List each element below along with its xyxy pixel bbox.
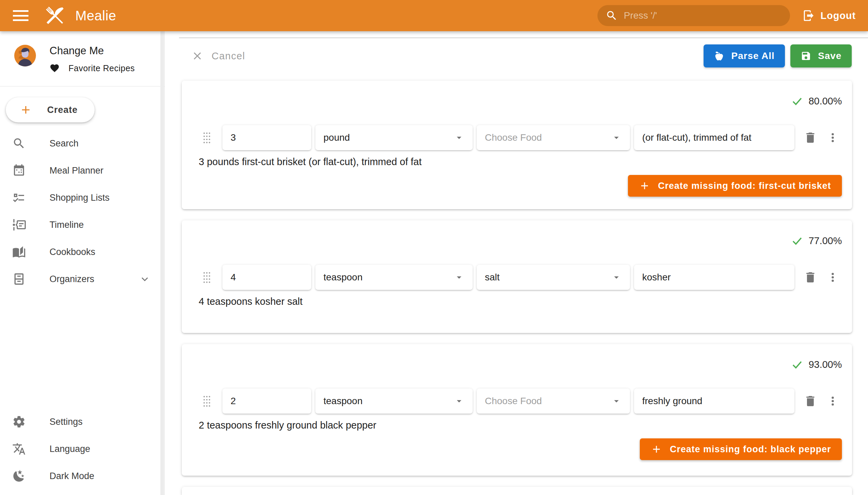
check-icon bbox=[791, 358, 803, 371]
original-ingredient-text: 3 pounds first-cut brisket (or flat-cut)… bbox=[199, 156, 842, 168]
sidebar-spacer bbox=[0, 293, 165, 401]
delete-ingredient-button[interactable] bbox=[801, 129, 819, 147]
quantity-input[interactable] bbox=[222, 265, 311, 290]
cabinet-icon bbox=[12, 272, 26, 286]
confidence-indicator: 77.00% bbox=[192, 220, 842, 248]
ingredient-cards: 80.00% pound Choose Food bbox=[165, 31, 868, 495]
sidebar-item-dark-mode[interactable]: Dark Mode bbox=[0, 462, 165, 490]
parse-all-button[interactable]: Parse All bbox=[703, 45, 785, 67]
ingredient-fields-row: pound Choose Food bbox=[192, 125, 842, 150]
main-content: Cancel Parse All Save 80.00% bbox=[165, 31, 868, 495]
drag-handle-icon[interactable] bbox=[202, 395, 211, 407]
food-select[interactable]: Choose Food bbox=[477, 125, 630, 150]
create-missing-row: Create missing food: black pepper bbox=[192, 438, 842, 460]
unit-select[interactable]: teaspoon bbox=[315, 389, 473, 414]
sidebar-item-label: Search bbox=[50, 138, 79, 149]
note-input[interactable] bbox=[634, 265, 795, 290]
close-icon bbox=[191, 50, 203, 62]
trash-icon bbox=[804, 394, 817, 408]
delete-ingredient-button[interactable] bbox=[801, 268, 819, 287]
food-placeholder: Choose Food bbox=[485, 396, 542, 407]
unit-value: teaspoon bbox=[323, 396, 362, 407]
sidebar-item-organizers[interactable]: Organizers bbox=[0, 266, 165, 293]
dots-vertical-icon bbox=[826, 394, 839, 408]
more-options-button[interactable] bbox=[823, 129, 842, 147]
translate-icon bbox=[12, 442, 26, 456]
sidebar-scrollbar[interactable] bbox=[160, 31, 164, 495]
chevron-down-icon[interactable] bbox=[139, 273, 151, 285]
timeline-icon bbox=[12, 218, 26, 232]
unit-select[interactable]: pound bbox=[315, 125, 473, 150]
sidebar: Change Me Favorite Recipes Create Search… bbox=[0, 31, 165, 495]
delete-ingredient-button[interactable] bbox=[801, 392, 819, 410]
trash-icon bbox=[804, 271, 817, 284]
user-profile[interactable]: Change Me Favorite Recipes bbox=[0, 31, 165, 73]
logout-label: Logout bbox=[820, 10, 856, 21]
list-checks-icon bbox=[12, 191, 26, 204]
cancel-button[interactable]: Cancel bbox=[191, 50, 245, 62]
sidebar-item-cookbooks[interactable]: Cookbooks bbox=[0, 238, 165, 266]
ingredient-card: 93.00% teaspoon Choose Food bbox=[182, 344, 852, 476]
apple-icon bbox=[714, 51, 725, 62]
sidebar-item-label: Dark Mode bbox=[50, 471, 94, 481]
logout-button[interactable]: Logout bbox=[802, 9, 856, 22]
sidebar-item-label: Meal Planner bbox=[50, 166, 103, 176]
sidebar-item-meal-planner[interactable]: Meal Planner bbox=[0, 157, 165, 184]
sidebar-item-language[interactable]: Language bbox=[0, 435, 165, 462]
more-options-button[interactable] bbox=[823, 268, 842, 287]
sidebar-item-label: Timeline bbox=[50, 220, 84, 230]
sidebar-item-settings[interactable]: Settings bbox=[0, 408, 165, 435]
dots-vertical-icon bbox=[826, 131, 839, 144]
user-meta: Change Me Favorite Recipes bbox=[50, 45, 135, 73]
sidebar-bottom-nav: Settings Language Dark Mode bbox=[0, 408, 165, 490]
magnify-icon bbox=[12, 137, 26, 150]
sidebar-item-search[interactable]: Search bbox=[0, 130, 165, 157]
ingredient-card: 80.00% pound Choose Food bbox=[182, 81, 852, 209]
content-top-divider bbox=[179, 37, 868, 38]
save-button[interactable]: Save bbox=[790, 45, 852, 67]
quantity-input[interactable] bbox=[222, 125, 311, 150]
logout-icon bbox=[802, 9, 815, 22]
check-icon bbox=[791, 235, 803, 247]
book-open-icon bbox=[12, 245, 26, 259]
favorite-recipes-label: Favorite Recipes bbox=[68, 63, 135, 73]
magnify-icon bbox=[606, 10, 618, 22]
plus-icon bbox=[19, 103, 32, 116]
mealie-app: Mealie Logout Change Me Favorite Recipes bbox=[0, 0, 868, 495]
toolbar-actions: Parse All Save bbox=[703, 45, 852, 67]
confidence-value: 93.00% bbox=[809, 359, 842, 370]
food-select[interactable]: Choose Food bbox=[477, 389, 630, 414]
create-button[interactable]: Create bbox=[6, 97, 95, 122]
confidence-value: 77.00% bbox=[809, 235, 842, 246]
menu-down-icon bbox=[611, 132, 622, 143]
drag-handle-icon[interactable] bbox=[202, 272, 211, 283]
unit-select[interactable]: teaspoon bbox=[315, 265, 473, 290]
note-input[interactable] bbox=[634, 125, 795, 150]
search-input[interactable] bbox=[624, 10, 782, 21]
ingredient-card: 77.00% teaspoon salt bbox=[182, 220, 852, 333]
top-app-bar: Mealie Logout bbox=[0, 0, 868, 31]
create-missing-food-button[interactable]: Create missing food: black pepper bbox=[640, 438, 842, 460]
unit-value: teaspoon bbox=[323, 272, 362, 283]
create-missing-food-button[interactable]: Create missing food: first-cut brisket bbox=[628, 175, 842, 197]
food-select[interactable]: salt bbox=[477, 265, 630, 290]
create-missing-label: Create missing food: black pepper bbox=[670, 444, 831, 455]
confidence-value: 80.00% bbox=[809, 96, 842, 107]
original-ingredient-text: 2 teaspoons freshly ground black pepper bbox=[199, 420, 842, 431]
sidebar-item-timeline[interactable]: Timeline bbox=[0, 211, 165, 238]
more-options-button[interactable] bbox=[823, 392, 842, 410]
note-input[interactable] bbox=[634, 389, 795, 414]
check-icon bbox=[791, 95, 803, 107]
menu-down-icon bbox=[454, 132, 464, 143]
heart-icon bbox=[50, 63, 60, 73]
create-button-label: Create bbox=[47, 105, 78, 115]
sidebar-item-shopping-lists[interactable]: Shopping Lists bbox=[0, 184, 165, 211]
search-bar[interactable] bbox=[597, 5, 790, 26]
menu-down-icon bbox=[611, 272, 622, 283]
quantity-input[interactable] bbox=[222, 389, 311, 414]
favorite-recipes-link[interactable]: Favorite Recipes bbox=[50, 63, 135, 73]
drag-handle-icon[interactable] bbox=[202, 132, 211, 143]
confidence-indicator: 80.00% bbox=[192, 81, 842, 108]
hamburger-menu-icon[interactable] bbox=[13, 10, 29, 21]
sidebar-divider bbox=[0, 86, 165, 86]
